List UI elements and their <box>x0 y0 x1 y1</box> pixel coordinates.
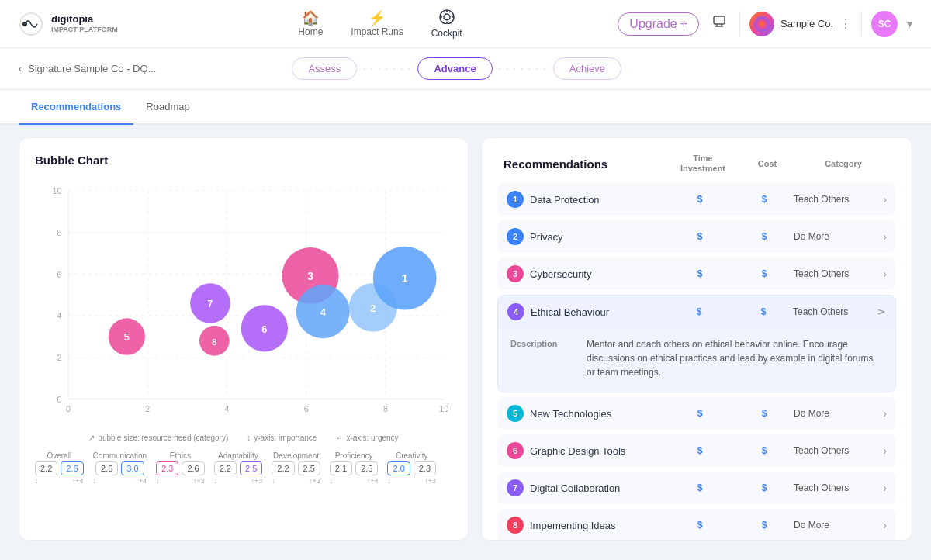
x-axis-icon: ↔ <box>335 434 343 442</box>
svg-text:8: 8 <box>57 228 61 237</box>
svg-point-12 <box>754 16 770 32</box>
rec-num-4: 4 <box>507 303 524 320</box>
step-dots-1: · · · · · · · <box>357 64 417 73</box>
cockpit-icon <box>438 9 455 26</box>
chart-area: 10 8 6 4 2 0 0 2 4 6 8 10 5 8 <box>35 179 452 427</box>
header-actions: Upgrade + Sample Co. ⋮ SC ▾ <box>618 11 912 37</box>
rec-num-3: 3 <box>507 265 524 282</box>
svg-text:7: 7 <box>207 298 213 309</box>
breadcrumb[interactable]: ‹ Signature Sample Co - DQ... <box>19 63 156 74</box>
rec-num-2: 2 <box>507 228 524 245</box>
nav-cockpit[interactable]: Cockpit <box>431 9 462 39</box>
home-icon: 🏠 <box>302 11 319 25</box>
rec-row-4[interactable]: 4 Ethical Behaviour $ $ Teach Others ∧ <box>498 296 895 328</box>
score-proficiency: Proficiency 2.1 2.5 ↓↑+4 <box>330 451 379 485</box>
rec-item-4: 4 Ethical Behaviour $ $ Teach Others ∧ D… <box>497 295 896 392</box>
svg-text:2: 2 <box>370 302 376 314</box>
svg-text:8: 8 <box>383 404 388 413</box>
svg-text:0: 0 <box>66 404 71 413</box>
company-avatar <box>749 12 774 36</box>
svg-text:5: 5 <box>124 331 130 343</box>
rec-item-8: 8 Impementing Ideas $ $ Do More › <box>497 509 896 541</box>
rec-row-7[interactable]: 7 Digital Collaboration $ $ Teach Others… <box>497 472 896 504</box>
rec-header: Recommendations TimeInvestment Cost Cate… <box>497 154 896 174</box>
breadcrumb-bar: ‹ Signature Sample Co - DQ... Assess · ·… <box>0 48 931 90</box>
rec-chevron-4: ∧ <box>876 308 888 316</box>
rec-row-5[interactable]: 5 New Technologies $ $ Do More › <box>497 397 896 430</box>
rec-num-5: 5 <box>507 405 524 422</box>
svg-text:2: 2 <box>145 404 150 413</box>
rec-chevron-1: › <box>883 193 887 206</box>
step-achieve-button[interactable]: Achieve <box>553 57 621 80</box>
nav-home[interactable]: 🏠 Home <box>298 11 323 37</box>
score-creativity: Creativity 2.0 2.3 ↓↑+3 <box>387 451 436 485</box>
scores-row: Overall 2.2 2.6 ↓↑+4 Communication 2.6 3… <box>35 451 452 485</box>
step-assess-button[interactable]: Assess <box>292 57 357 80</box>
rec-row-3[interactable]: 3 Cybersecurity $ $ Teach Others › <box>497 258 896 290</box>
svg-point-3 <box>444 14 450 20</box>
logo-text: digitopia IMPACT PLATFORM <box>51 13 118 33</box>
svg-text:10: 10 <box>439 404 448 413</box>
svg-text:3: 3 <box>307 270 313 282</box>
impact-runs-icon: ⚡ <box>369 11 386 25</box>
svg-text:4: 4 <box>57 311 61 320</box>
chart-legend: ↗ bubble size: resource need (category) … <box>35 434 452 442</box>
rec-item-2: 2 Privacy $ $ Do More › <box>497 220 896 253</box>
score-overall: Overall 2.2 2.6 ↓↑+4 <box>35 451 84 485</box>
company-menu-icon[interactable]: ⋮ <box>839 16 852 31</box>
tab-roadmap[interactable]: Roadmap <box>133 90 202 125</box>
svg-text:10: 10 <box>52 186 61 195</box>
rec-num-8: 8 <box>507 517 524 534</box>
back-arrow-icon: ‹ <box>19 64 22 74</box>
rec-row-1[interactable]: 1 Data Protection $ $ Teach Others › <box>497 183 896 216</box>
main-nav: 🏠 Home ⚡ Impact Runs Cockpit <box>143 9 618 39</box>
rec-row-2[interactable]: 2 Privacy $ $ Do More › <box>497 220 896 253</box>
rec-num-7: 7 <box>507 479 524 496</box>
score-communication: Communication 2.6 3.0 ↓↑+4 <box>93 451 147 485</box>
rec-expanded-4: Description Mentor and coach others on e… <box>498 328 895 392</box>
rec-chevron-2: › <box>883 230 887 243</box>
rec-num-1: 1 <box>507 191 524 208</box>
company-selector[interactable]: Sample Co. ⋮ <box>739 12 852 36</box>
logo: digitopia IMPACT PLATFORM <box>19 12 118 36</box>
bubble-chart-panel: Bubble Chart 10 8 6 4 <box>19 137 469 541</box>
bubble-size-icon: ↗ <box>88 434 95 442</box>
rec-item-5: 5 New Technologies $ $ Do More › <box>497 397 896 430</box>
svg-rect-8 <box>714 16 725 24</box>
app-header: digitopia IMPACT PLATFORM 🏠 Home ⚡ Impac… <box>0 0 931 48</box>
score-ethics: Ethics 2.3 2.6 ↓↑+3 <box>156 451 205 485</box>
step-navigation: Assess · · · · · · · Advance · · · · · ·… <box>292 57 621 80</box>
tabs-bar: Recommendations Roadmap <box>0 90 931 125</box>
svg-text:6: 6 <box>261 323 267 335</box>
legend-x-axis: ↔ x-axis: urgency <box>335 434 398 442</box>
rec-item-6: 6 Graphic Design Tools $ $ Teach Others … <box>497 434 896 467</box>
rec-chevron-6: › <box>883 444 887 457</box>
notifications-button[interactable] <box>708 11 730 36</box>
svg-point-1 <box>22 22 27 26</box>
user-chevron-icon[interactable]: ▾ <box>907 18 912 30</box>
y-axis-icon: ↕ <box>247 434 251 442</box>
rec-row-8[interactable]: 8 Impementing Ideas $ $ Do More › <box>497 509 896 541</box>
rec-row-6[interactable]: 6 Graphic Design Tools $ $ Teach Others … <box>497 434 896 467</box>
rec-item-7: 7 Digital Collaboration $ $ Teach Others… <box>497 472 896 504</box>
user-avatar: SC <box>871 11 898 37</box>
score-adaptability: Adaptability 2.2 2.5 ↓↑+3 <box>214 451 263 485</box>
nav-impact-runs[interactable]: ⚡ Impact Runs <box>351 11 403 37</box>
rec-num-6: 6 <box>507 442 524 459</box>
svg-text:1: 1 <box>401 271 407 285</box>
rec-chevron-7: › <box>883 482 887 494</box>
svg-text:4: 4 <box>320 306 327 318</box>
svg-text:4: 4 <box>224 404 229 413</box>
svg-text:6: 6 <box>57 270 61 279</box>
upgrade-button[interactable]: Upgrade + <box>618 12 699 36</box>
bubble-chart-title: Bubble Chart <box>35 154 452 167</box>
legend-y-axis: ↕ y-axis: importance <box>247 434 317 442</box>
rec-chevron-3: › <box>883 268 887 280</box>
score-development: Development 2.2 2.5 ↓↑+3 <box>272 451 320 485</box>
step-advance-button[interactable]: Advance <box>417 57 492 80</box>
svg-text:2: 2 <box>57 353 61 362</box>
recommendations-panel: Recommendations TimeInvestment Cost Cate… <box>481 137 912 541</box>
legend-bubble-size: ↗ bubble size: resource need (category) <box>88 434 228 442</box>
tab-recommendations[interactable]: Recommendations <box>19 90 133 125</box>
rec-chevron-5: › <box>883 407 887 420</box>
